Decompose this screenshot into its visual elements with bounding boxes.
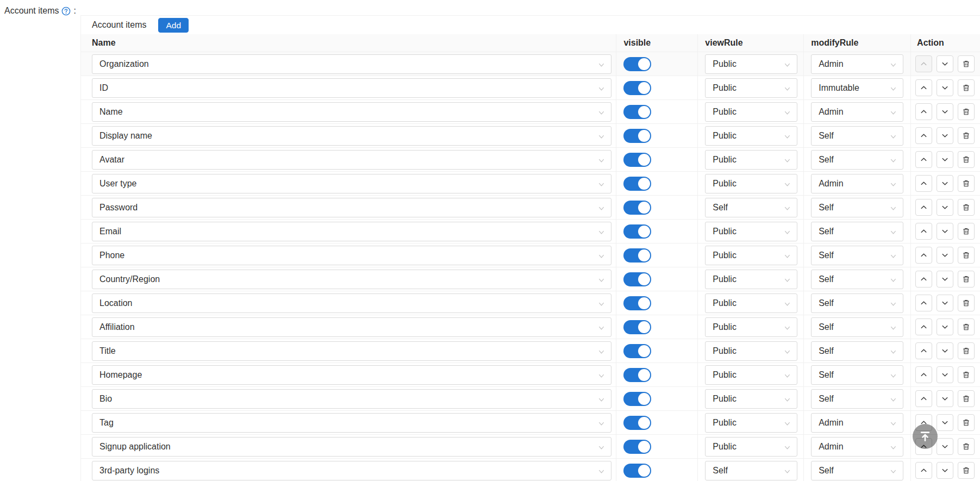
view-rule-select[interactable]: Self: [705, 198, 797, 217]
visible-switch[interactable]: [623, 392, 651, 406]
visible-switch[interactable]: [623, 440, 651, 454]
modify-rule-select[interactable]: Self: [811, 150, 903, 170]
view-rule-select[interactable]: Public: [705, 365, 797, 385]
move-up-button[interactable]: [915, 342, 932, 359]
visible-switch[interactable]: [623, 248, 651, 263]
move-down-button[interactable]: [937, 318, 953, 335]
move-down-button[interactable]: [937, 366, 953, 383]
back-to-top-button[interactable]: [913, 424, 938, 449]
name-select[interactable]: Country/Region: [92, 270, 611, 289]
delete-button[interactable]: [958, 199, 975, 216]
modify-rule-select[interactable]: Admin: [811, 413, 903, 433]
visible-switch[interactable]: [623, 464, 651, 478]
modify-rule-select[interactable]: Self: [811, 126, 903, 146]
view-rule-select[interactable]: Public: [705, 270, 797, 289]
move-up-button[interactable]: [915, 103, 932, 120]
move-up-button[interactable]: [915, 318, 932, 335]
move-up-button[interactable]: [915, 462, 932, 479]
move-up-button[interactable]: [915, 127, 932, 144]
visible-switch[interactable]: [623, 153, 651, 167]
move-up-button[interactable]: [915, 366, 932, 383]
name-select[interactable]: Tag: [92, 413, 611, 433]
modify-rule-select[interactable]: Admin: [811, 174, 903, 193]
name-select[interactable]: Email: [92, 222, 611, 241]
view-rule-select[interactable]: Public: [705, 413, 797, 433]
move-down-button[interactable]: [937, 223, 953, 240]
delete-button[interactable]: [958, 79, 975, 96]
name-select[interactable]: Location: [92, 293, 611, 313]
visible-switch[interactable]: [623, 81, 651, 95]
modify-rule-select[interactable]: Admin: [811, 437, 903, 457]
move-up-button[interactable]: [915, 175, 932, 192]
name-select[interactable]: Avatar: [92, 150, 611, 170]
move-up-button[interactable]: [915, 151, 932, 168]
move-down-button[interactable]: [937, 127, 953, 144]
modify-rule-select[interactable]: Self: [811, 198, 903, 217]
move-down-button[interactable]: [937, 247, 953, 264]
view-rule-select[interactable]: Public: [705, 389, 797, 409]
view-rule-select[interactable]: Public: [705, 174, 797, 193]
modify-rule-select[interactable]: Admin: [811, 102, 903, 122]
name-select[interactable]: Affiliation: [92, 317, 611, 337]
modify-rule-select[interactable]: Self: [811, 365, 903, 385]
delete-button[interactable]: [958, 342, 975, 359]
name-select[interactable]: Bio: [92, 389, 611, 409]
delete-button[interactable]: [958, 462, 975, 479]
move-down-button[interactable]: [937, 79, 953, 96]
delete-button[interactable]: [958, 247, 975, 264]
view-rule-select[interactable]: Public: [705, 54, 797, 74]
delete-button[interactable]: [958, 271, 975, 288]
delete-button[interactable]: [958, 318, 975, 335]
visible-switch[interactable]: [623, 57, 651, 71]
move-down-button[interactable]: [937, 151, 953, 168]
move-down-button[interactable]: [937, 390, 953, 407]
view-rule-select[interactable]: Public: [705, 102, 797, 122]
view-rule-select[interactable]: Public: [705, 126, 797, 146]
move-up-button[interactable]: [915, 390, 932, 407]
delete-button[interactable]: [958, 223, 975, 240]
visible-switch[interactable]: [623, 129, 651, 143]
delete-button[interactable]: [958, 103, 975, 120]
visible-switch[interactable]: [623, 201, 651, 215]
modify-rule-select[interactable]: Immutable: [811, 78, 903, 98]
visible-switch[interactable]: [623, 105, 651, 119]
view-rule-select[interactable]: Public: [705, 150, 797, 170]
name-select[interactable]: 3rd-party logins: [92, 461, 611, 480]
name-select[interactable]: Phone: [92, 246, 611, 265]
move-up-button[interactable]: [915, 79, 932, 96]
modify-rule-select[interactable]: Self: [811, 317, 903, 337]
name-select[interactable]: Name: [92, 102, 611, 122]
move-down-button[interactable]: [937, 462, 953, 479]
modify-rule-select[interactable]: Admin: [811, 54, 903, 74]
delete-button[interactable]: [958, 295, 975, 311]
view-rule-select[interactable]: Public: [705, 437, 797, 457]
visible-switch[interactable]: [623, 272, 651, 286]
modify-rule-select[interactable]: Self: [811, 246, 903, 265]
delete-button[interactable]: [958, 414, 975, 431]
view-rule-select[interactable]: Public: [705, 341, 797, 361]
name-select[interactable]: Signup application: [92, 437, 611, 457]
move-down-button[interactable]: [937, 438, 953, 455]
move-up-button[interactable]: [915, 199, 932, 216]
move-up-button[interactable]: [915, 223, 932, 240]
visible-switch[interactable]: [623, 320, 651, 334]
delete-button[interactable]: [958, 127, 975, 144]
name-select[interactable]: User type: [92, 174, 611, 193]
add-button[interactable]: Add: [158, 18, 189, 33]
visible-switch[interactable]: [623, 224, 651, 239]
modify-rule-select[interactable]: Self: [811, 293, 903, 313]
delete-button[interactable]: [958, 151, 975, 168]
name-select[interactable]: Homepage: [92, 365, 611, 385]
move-down-button[interactable]: [937, 199, 953, 216]
name-select[interactable]: Display name: [92, 126, 611, 146]
move-down-button[interactable]: [937, 295, 953, 311]
view-rule-select[interactable]: Self: [705, 461, 797, 480]
visible-switch[interactable]: [623, 296, 651, 310]
delete-button[interactable]: [958, 438, 975, 455]
modify-rule-select[interactable]: Self: [811, 461, 903, 480]
visible-switch[interactable]: [623, 177, 651, 191]
move-down-button[interactable]: [937, 271, 953, 288]
view-rule-select[interactable]: Public: [705, 246, 797, 265]
modify-rule-select[interactable]: Self: [811, 389, 903, 409]
move-down-button[interactable]: [937, 103, 953, 120]
